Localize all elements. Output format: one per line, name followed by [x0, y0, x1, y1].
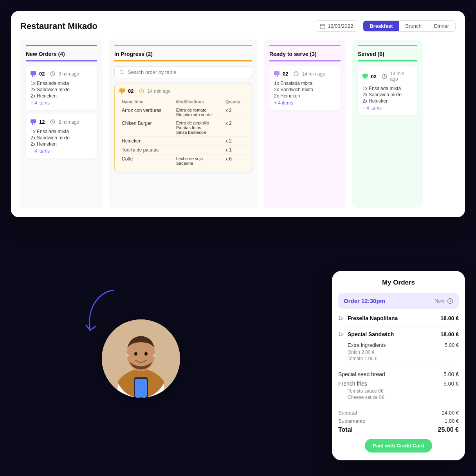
clock-icon-served	[382, 74, 387, 79]
calendar-icon	[320, 23, 325, 29]
col-name-header: Name item	[119, 98, 174, 106]
more-items-2: + 4 items	[31, 148, 92, 154]
order-item-2b: 2x Sandwich mixto	[31, 135, 92, 141]
supplement-row: Suplemento 1.00 €	[338, 418, 459, 424]
grand-total-row: Total 25.00 €	[338, 426, 459, 433]
ready-order-meta: 02 14 min ago	[274, 71, 336, 77]
tab-brunch[interactable]: Brunch	[399, 21, 428, 31]
date-text: 12/03/2022	[328, 23, 353, 29]
svg-rect-31	[364, 78, 365, 79]
table-row: Tortilla de patatas x 1	[119, 146, 247, 155]
item-qty-phone-1: 1x	[338, 315, 348, 321]
order-item-1a: 1x Ensalada mixta	[31, 81, 92, 86]
search-bar	[114, 66, 252, 78]
total-label: Total	[338, 426, 353, 433]
phone-overlay: My Orders Order 12:30pm New 1x Fresella …	[332, 271, 465, 460]
new-order-1[interactable]: 02 9 min ago 1x Ensalada mixta 2x Sandwi…	[26, 66, 97, 110]
served-header: Served (6)	[358, 51, 417, 61]
item-qty-5: x 6	[223, 155, 247, 168]
item-name-1: Arroz con verduras	[119, 106, 174, 119]
served-item-c: 2x Heineken	[362, 98, 413, 104]
in-progress-header: In Progress (2)	[114, 51, 252, 61]
divider-2	[344, 366, 453, 366]
clock-icon-progress	[139, 88, 144, 94]
svg-rect-18	[119, 88, 125, 92]
order-item-1c: 2x Heineken	[31, 93, 92, 99]
new-order-2[interactable]: 12 2 min ago 1x Ensalada mixta 2x Sandwi…	[26, 114, 97, 159]
svg-point-42	[126, 354, 129, 357]
ready-order-1[interactable]: 02 14 min ago 1x Ensalada mixta 2x Sandw…	[269, 66, 341, 110]
svg-line-9	[53, 74, 54, 75]
svg-line-15	[53, 122, 54, 123]
svg-rect-32	[366, 78, 366, 79]
progress-time-ago: 14 min ago	[147, 88, 170, 94]
ready-more: + 4 items	[274, 100, 336, 106]
search-icon	[119, 70, 124, 75]
app-title: Restaurant Mikado	[20, 21, 97, 31]
item-mods-1: Extra de tomateSin pimiento verde	[174, 106, 223, 119]
tab-dinner[interactable]: Dinner	[428, 21, 455, 31]
arrow-container	[78, 283, 125, 339]
svg-rect-5	[32, 75, 33, 77]
clock-icon-ready	[294, 71, 299, 76]
header: Restaurant Mikado 12/03/2022 Breakfast B…	[20, 20, 456, 32]
svg-rect-45	[135, 379, 147, 397]
new-orders-header: New Orders (4)	[26, 51, 97, 61]
column-served: Served (6) 02 14 min ago	[352, 40, 423, 208]
ready-accent	[269, 45, 341, 46]
table-row: Coffe Leche de sojaSacarina x 6	[119, 155, 247, 168]
subtotal-val: 24.00 €	[442, 410, 459, 416]
svg-line-48	[450, 301, 451, 302]
item-name-4: Tortilla de patatas	[119, 146, 174, 155]
col-qty-header: Quanty	[223, 98, 247, 106]
table-row: Chiken Burger Extra de pepinilloPatatas …	[119, 119, 247, 137]
ready-header: Ready to serve (3)	[269, 51, 341, 61]
item-name-phone-1: Fresella Napolitana	[348, 315, 440, 321]
search-input[interactable]	[128, 69, 247, 75]
table-icon-2	[31, 119, 36, 125]
svg-rect-30	[362, 74, 368, 78]
table-icon-1	[31, 71, 36, 77]
svg-rect-19	[121, 92, 122, 94]
header-right: 12/03/2022 Breakfast Brunch Dinner	[315, 20, 456, 32]
order-meta-2: 12 2 min ago	[31, 119, 92, 125]
pay-button[interactable]: Paid with Credit Card	[365, 439, 432, 453]
item-name-2: Chiken Burger	[119, 119, 174, 137]
served-order-meta: 02 14 min ago	[362, 71, 413, 82]
table-number-2: 12	[39, 119, 45, 125]
sub-row-bread: Special seed bread 5.00 €	[338, 371, 459, 377]
table-row: Arroz con verduras Extra de tomateSin pi…	[119, 106, 247, 119]
item-qty-1: x 2	[223, 106, 247, 119]
new-orders-accent	[26, 45, 97, 46]
sub-name-extra: Extra ingredients	[348, 342, 386, 348]
served-accent	[358, 45, 417, 46]
item-qty-3: x 2	[223, 137, 247, 146]
micro-onion: Onion 2.00 €	[338, 350, 459, 355]
progress-accent	[114, 45, 252, 46]
sub-row: Extra ingredients 5.00 €	[338, 342, 459, 348]
total-val: 25.00 €	[438, 426, 459, 433]
svg-rect-0	[320, 24, 325, 29]
dashboard-card: Restaurant Mikado 12/03/2022 Breakfast B…	[11, 11, 465, 217]
ready-item-c: 2x Heineken	[274, 93, 336, 99]
sub-row-fries: French fries 5.00 €	[338, 380, 459, 387]
table-icon-progress	[119, 88, 125, 94]
item-price-phone-2: 18.00 €	[440, 331, 459, 337]
svg-line-29	[296, 74, 298, 75]
item-mods-5: Leche de sojaSacarina	[174, 155, 223, 168]
order-item-2a: 1x Ensalada mixta	[31, 129, 92, 134]
order-status-text: New	[435, 298, 445, 304]
more-items-1: + 4 items	[31, 100, 92, 106]
column-new-orders: New Orders (4) 02 9 min ago	[20, 40, 103, 208]
phone-title: My Orders	[332, 279, 465, 287]
item-mods-4	[174, 146, 223, 155]
item-qty-2: x 2	[223, 119, 247, 137]
served-order-1[interactable]: 02 14 min ago 1x Ensalada mixta 2x Sandw…	[358, 66, 417, 115]
supplement-val: 1.00 €	[445, 418, 459, 424]
tab-breakfast[interactable]: Breakfast	[363, 21, 399, 31]
item-qty-phone-2: 1x	[338, 331, 348, 337]
sub-price-extra: 5.00 €	[445, 342, 459, 348]
extra-fries-name: French fries	[338, 380, 367, 387]
table-icon-served	[362, 74, 368, 79]
progress-order-1[interactable]: 02 14 min ago Name item Modifications Qu…	[114, 83, 252, 172]
